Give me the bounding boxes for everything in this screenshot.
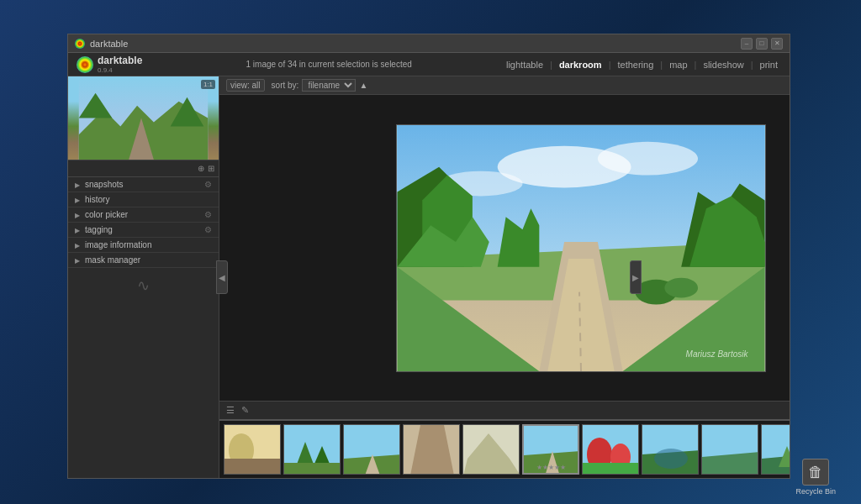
close-button[interactable]: ✕ <box>771 38 783 50</box>
filmstrip-icon[interactable]: ☰ <box>226 405 235 416</box>
filmstrip: ★★★★★ <box>219 419 790 478</box>
panel-tagging[interactable]: ▶ tagging ⚙ <box>68 223 219 238</box>
settings-icon: ⚙ <box>204 225 212 234</box>
nav-print[interactable]: print <box>757 58 781 71</box>
selection-info: 1 image of 34 in current selection is se… <box>155 60 503 69</box>
svg-point-7 <box>597 141 697 175</box>
left-sidebar: 1:1 ⊕ ⊞ ▶ snapshots ⚙ ▶ history ▶ color … <box>68 76 219 478</box>
preview-image <box>68 76 219 160</box>
image-toolbar: view: all sort by: filename date rating … <box>219 76 790 95</box>
grid-icon[interactable]: ⊞ <box>208 164 214 173</box>
svg-rect-26 <box>224 459 281 475</box>
svg-point-47 <box>654 449 688 469</box>
maximize-button[interactable]: □ <box>756 38 768 50</box>
nav-slideshow[interactable]: slideshow <box>700 58 747 71</box>
logo-area: darktable 0.9.4 <box>77 55 142 74</box>
sort-direction[interactable]: ▲ <box>359 81 367 90</box>
main-window: darktable – □ ✕ darktable 0.9.4 1 image … <box>67 34 790 479</box>
sort-select[interactable]: filename date rating <box>302 79 356 92</box>
logo-icon <box>77 56 93 73</box>
settings-icon: ⚙ <box>204 210 212 219</box>
minimize-button[interactable]: – <box>741 38 753 50</box>
filmstrip-thumb-9[interactable] <box>701 424 758 475</box>
top-nav: lighttable | darkroom | tethering | map … <box>503 58 781 71</box>
sidebar-tools: ⊕ ⊞ <box>68 160 219 177</box>
thumb-zoom-info: 1:1 <box>201 80 215 89</box>
image-controls: ☰ ✎ ⬚ ▶ ▲ <box>219 401 790 419</box>
collapse-left-button[interactable]: ◀ <box>216 260 228 294</box>
zoom-icon[interactable]: ⊕ <box>198 164 204 173</box>
filmstrip-thumb-10[interactable] <box>761 424 790 475</box>
svg-rect-30 <box>284 463 341 475</box>
filmstrip-thumb-3[interactable] <box>343 424 400 475</box>
left-panels: ▶ snapshots ⚙ ▶ history ▶ color picker ⚙… <box>68 177 219 478</box>
panel-image-info[interactable]: ▶ image information <box>68 238 219 253</box>
filmstrip-thumb-4[interactable] <box>403 424 460 475</box>
arrow-icon: ▶ <box>75 197 82 203</box>
filmstrip-thumb-1[interactable] <box>224 424 281 475</box>
arrow-icon: ▶ <box>75 242 82 249</box>
nav-map[interactable]: map <box>666 58 690 71</box>
thumbnail-area: 1:1 <box>68 76 219 160</box>
filmstrip-thumb-7[interactable] <box>582 424 639 475</box>
window-title: darktable <box>90 39 741 49</box>
svg-point-22 <box>664 277 698 297</box>
collapse-right-button[interactable]: ▶ <box>630 260 642 294</box>
logo-text: darktable 0.9.4 <box>98 55 142 74</box>
sort-area: sort by: filename date rating ▲ <box>272 79 368 92</box>
filmstrip-thumb-8[interactable] <box>642 424 699 475</box>
nav-tethering[interactable]: tethering <box>614 58 657 71</box>
panel-color-picker[interactable]: ▶ color picker ⚙ <box>68 207 219 223</box>
recycle-bin-label: Recycle Bin <box>795 487 836 496</box>
svg-rect-44 <box>583 463 639 475</box>
recycle-bin[interactable]: 🗑 Recycle Bin <box>795 459 836 496</box>
image-view: Mariusz Bartosik <box>219 95 790 401</box>
image-signature: Mariusz Bartosik <box>686 349 748 359</box>
app-icon <box>75 39 85 49</box>
panel-mask-manager[interactable]: ▶ mask manager <box>68 253 219 268</box>
view-all-button[interactable]: view: all <box>226 79 265 92</box>
filmstrip-thumb-5[interactable] <box>462 424 520 475</box>
window-controls[interactable]: – □ ✕ <box>741 38 783 50</box>
decorative-squiggle: ∿ <box>68 268 219 303</box>
edit-icon[interactable]: ✎ <box>241 405 249 416</box>
center-area: view: all sort by: filename date rating … <box>219 76 790 478</box>
panel-history[interactable]: ▶ history <box>68 192 219 207</box>
nav-lighttable[interactable]: lighttable <box>503 58 547 71</box>
filmstrip-thumb-6-active[interactable]: ★★★★★ <box>522 424 579 475</box>
preview-svg <box>68 76 219 160</box>
main-content: ◀ <box>68 76 790 478</box>
arrow-icon: ▶ <box>75 181 82 188</box>
topbar: darktable 0.9.4 1 image of 34 in current… <box>68 53 790 76</box>
arrow-icon: ▶ <box>75 212 82 218</box>
sort-label: sort by: <box>272 81 299 90</box>
main-image-svg <box>397 125 765 371</box>
titlebar: darktable – □ ✕ <box>68 34 790 53</box>
nav-darkroom[interactable]: darkroom <box>556 58 605 71</box>
filmstrip-thumb-2[interactable] <box>283 424 341 475</box>
settings-icon: ⚙ <box>204 180 212 189</box>
main-image: Mariusz Bartosik <box>396 124 766 372</box>
panel-snapshots[interactable]: ▶ snapshots ⚙ <box>68 177 219 192</box>
arrow-icon: ▶ <box>75 257 82 264</box>
recycle-bin-icon: 🗑 <box>802 459 829 486</box>
arrow-icon: ▶ <box>75 227 82 234</box>
film-rating: ★★★★★ <box>536 464 566 471</box>
